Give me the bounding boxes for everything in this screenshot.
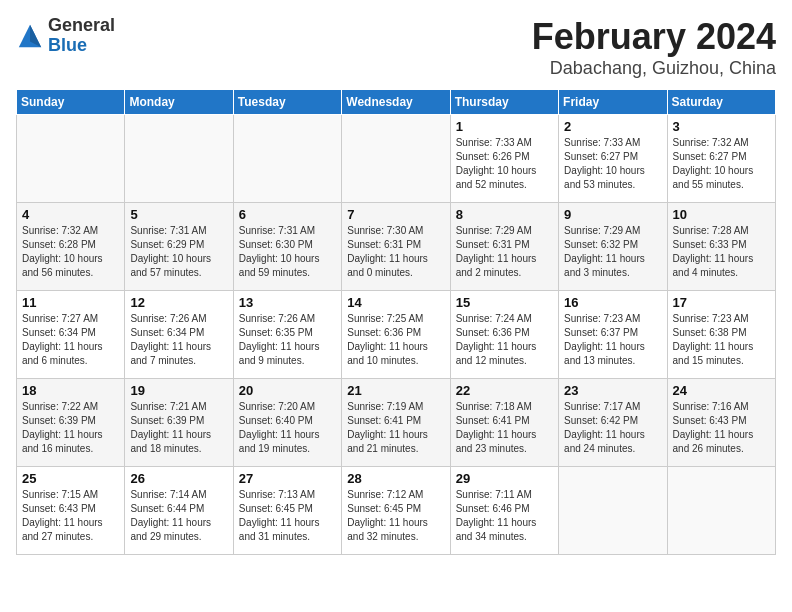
calendar-cell: 18Sunrise: 7:22 AM Sunset: 6:39 PM Dayli…	[17, 379, 125, 467]
calendar-cell: 23Sunrise: 7:17 AM Sunset: 6:42 PM Dayli…	[559, 379, 667, 467]
day-info: Sunrise: 7:26 AM Sunset: 6:35 PM Dayligh…	[239, 312, 336, 368]
day-number: 14	[347, 295, 444, 310]
calendar-week-row: 11Sunrise: 7:27 AM Sunset: 6:34 PM Dayli…	[17, 291, 776, 379]
weekday-header-row: SundayMondayTuesdayWednesdayThursdayFrid…	[17, 90, 776, 115]
calendar-cell: 10Sunrise: 7:28 AM Sunset: 6:33 PM Dayli…	[667, 203, 775, 291]
calendar-cell: 13Sunrise: 7:26 AM Sunset: 6:35 PM Dayli…	[233, 291, 341, 379]
day-info: Sunrise: 7:14 AM Sunset: 6:44 PM Dayligh…	[130, 488, 227, 544]
logo-text: General Blue	[48, 16, 115, 56]
day-info: Sunrise: 7:33 AM Sunset: 6:26 PM Dayligh…	[456, 136, 553, 192]
calendar-cell: 27Sunrise: 7:13 AM Sunset: 6:45 PM Dayli…	[233, 467, 341, 555]
day-info: Sunrise: 7:29 AM Sunset: 6:32 PM Dayligh…	[564, 224, 661, 280]
calendar-cell: 24Sunrise: 7:16 AM Sunset: 6:43 PM Dayli…	[667, 379, 775, 467]
day-info: Sunrise: 7:23 AM Sunset: 6:37 PM Dayligh…	[564, 312, 661, 368]
day-number: 23	[564, 383, 661, 398]
day-number: 9	[564, 207, 661, 222]
calendar-cell: 4Sunrise: 7:32 AM Sunset: 6:28 PM Daylig…	[17, 203, 125, 291]
day-info: Sunrise: 7:12 AM Sunset: 6:45 PM Dayligh…	[347, 488, 444, 544]
day-info: Sunrise: 7:16 AM Sunset: 6:43 PM Dayligh…	[673, 400, 770, 456]
calendar-cell: 7Sunrise: 7:30 AM Sunset: 6:31 PM Daylig…	[342, 203, 450, 291]
calendar-cell: 11Sunrise: 7:27 AM Sunset: 6:34 PM Dayli…	[17, 291, 125, 379]
calendar-cell	[233, 115, 341, 203]
day-info: Sunrise: 7:19 AM Sunset: 6:41 PM Dayligh…	[347, 400, 444, 456]
weekday-header-cell: Thursday	[450, 90, 558, 115]
day-number: 5	[130, 207, 227, 222]
day-info: Sunrise: 7:24 AM Sunset: 6:36 PM Dayligh…	[456, 312, 553, 368]
logo-icon	[16, 22, 44, 50]
day-info: Sunrise: 7:31 AM Sunset: 6:30 PM Dayligh…	[239, 224, 336, 280]
weekday-header-cell: Monday	[125, 90, 233, 115]
page-header: General Blue February 2024 Dabachang, Gu…	[16, 16, 776, 79]
day-info: Sunrise: 7:23 AM Sunset: 6:38 PM Dayligh…	[673, 312, 770, 368]
calendar-cell: 19Sunrise: 7:21 AM Sunset: 6:39 PM Dayli…	[125, 379, 233, 467]
day-number: 4	[22, 207, 119, 222]
day-info: Sunrise: 7:30 AM Sunset: 6:31 PM Dayligh…	[347, 224, 444, 280]
calendar-cell: 21Sunrise: 7:19 AM Sunset: 6:41 PM Dayli…	[342, 379, 450, 467]
day-number: 6	[239, 207, 336, 222]
day-info: Sunrise: 7:20 AM Sunset: 6:40 PM Dayligh…	[239, 400, 336, 456]
calendar-cell: 28Sunrise: 7:12 AM Sunset: 6:45 PM Dayli…	[342, 467, 450, 555]
calendar-cell	[17, 115, 125, 203]
day-info: Sunrise: 7:27 AM Sunset: 6:34 PM Dayligh…	[22, 312, 119, 368]
calendar-cell: 6Sunrise: 7:31 AM Sunset: 6:30 PM Daylig…	[233, 203, 341, 291]
calendar-cell: 5Sunrise: 7:31 AM Sunset: 6:29 PM Daylig…	[125, 203, 233, 291]
calendar-week-row: 25Sunrise: 7:15 AM Sunset: 6:43 PM Dayli…	[17, 467, 776, 555]
day-info: Sunrise: 7:26 AM Sunset: 6:34 PM Dayligh…	[130, 312, 227, 368]
day-info: Sunrise: 7:28 AM Sunset: 6:33 PM Dayligh…	[673, 224, 770, 280]
day-number: 19	[130, 383, 227, 398]
calendar-cell	[559, 467, 667, 555]
calendar-cell: 15Sunrise: 7:24 AM Sunset: 6:36 PM Dayli…	[450, 291, 558, 379]
calendar-week-row: 18Sunrise: 7:22 AM Sunset: 6:39 PM Dayli…	[17, 379, 776, 467]
weekday-header-cell: Saturday	[667, 90, 775, 115]
day-number: 21	[347, 383, 444, 398]
weekday-header-cell: Tuesday	[233, 90, 341, 115]
day-number: 20	[239, 383, 336, 398]
day-number: 24	[673, 383, 770, 398]
day-number: 13	[239, 295, 336, 310]
title-block: February 2024 Dabachang, Guizhou, China	[532, 16, 776, 79]
day-number: 18	[22, 383, 119, 398]
day-info: Sunrise: 7:25 AM Sunset: 6:36 PM Dayligh…	[347, 312, 444, 368]
day-number: 16	[564, 295, 661, 310]
calendar-cell	[667, 467, 775, 555]
day-number: 15	[456, 295, 553, 310]
day-number: 2	[564, 119, 661, 134]
day-number: 11	[22, 295, 119, 310]
month-title: February 2024	[532, 16, 776, 58]
day-number: 28	[347, 471, 444, 486]
calendar-cell: 22Sunrise: 7:18 AM Sunset: 6:41 PM Dayli…	[450, 379, 558, 467]
day-number: 8	[456, 207, 553, 222]
calendar-table: SundayMondayTuesdayWednesdayThursdayFrid…	[16, 89, 776, 555]
day-info: Sunrise: 7:17 AM Sunset: 6:42 PM Dayligh…	[564, 400, 661, 456]
calendar-cell: 14Sunrise: 7:25 AM Sunset: 6:36 PM Dayli…	[342, 291, 450, 379]
calendar-cell: 1Sunrise: 7:33 AM Sunset: 6:26 PM Daylig…	[450, 115, 558, 203]
calendar-week-row: 1Sunrise: 7:33 AM Sunset: 6:26 PM Daylig…	[17, 115, 776, 203]
calendar-cell: 16Sunrise: 7:23 AM Sunset: 6:37 PM Dayli…	[559, 291, 667, 379]
day-number: 17	[673, 295, 770, 310]
calendar-cell: 17Sunrise: 7:23 AM Sunset: 6:38 PM Dayli…	[667, 291, 775, 379]
calendar-cell: 29Sunrise: 7:11 AM Sunset: 6:46 PM Dayli…	[450, 467, 558, 555]
day-info: Sunrise: 7:13 AM Sunset: 6:45 PM Dayligh…	[239, 488, 336, 544]
day-number: 29	[456, 471, 553, 486]
day-info: Sunrise: 7:33 AM Sunset: 6:27 PM Dayligh…	[564, 136, 661, 192]
calendar-cell: 25Sunrise: 7:15 AM Sunset: 6:43 PM Dayli…	[17, 467, 125, 555]
day-number: 22	[456, 383, 553, 398]
day-number: 7	[347, 207, 444, 222]
day-number: 27	[239, 471, 336, 486]
weekday-header-cell: Wednesday	[342, 90, 450, 115]
day-info: Sunrise: 7:32 AM Sunset: 6:27 PM Dayligh…	[673, 136, 770, 192]
day-info: Sunrise: 7:21 AM Sunset: 6:39 PM Dayligh…	[130, 400, 227, 456]
calendar-cell	[342, 115, 450, 203]
day-number: 12	[130, 295, 227, 310]
calendar-cell: 3Sunrise: 7:32 AM Sunset: 6:27 PM Daylig…	[667, 115, 775, 203]
day-number: 25	[22, 471, 119, 486]
logo: General Blue	[16, 16, 115, 56]
day-info: Sunrise: 7:18 AM Sunset: 6:41 PM Dayligh…	[456, 400, 553, 456]
day-number: 3	[673, 119, 770, 134]
day-number: 1	[456, 119, 553, 134]
day-info: Sunrise: 7:32 AM Sunset: 6:28 PM Dayligh…	[22, 224, 119, 280]
calendar-cell	[125, 115, 233, 203]
calendar-cell: 2Sunrise: 7:33 AM Sunset: 6:27 PM Daylig…	[559, 115, 667, 203]
weekday-header-cell: Sunday	[17, 90, 125, 115]
calendar-cell: 12Sunrise: 7:26 AM Sunset: 6:34 PM Dayli…	[125, 291, 233, 379]
